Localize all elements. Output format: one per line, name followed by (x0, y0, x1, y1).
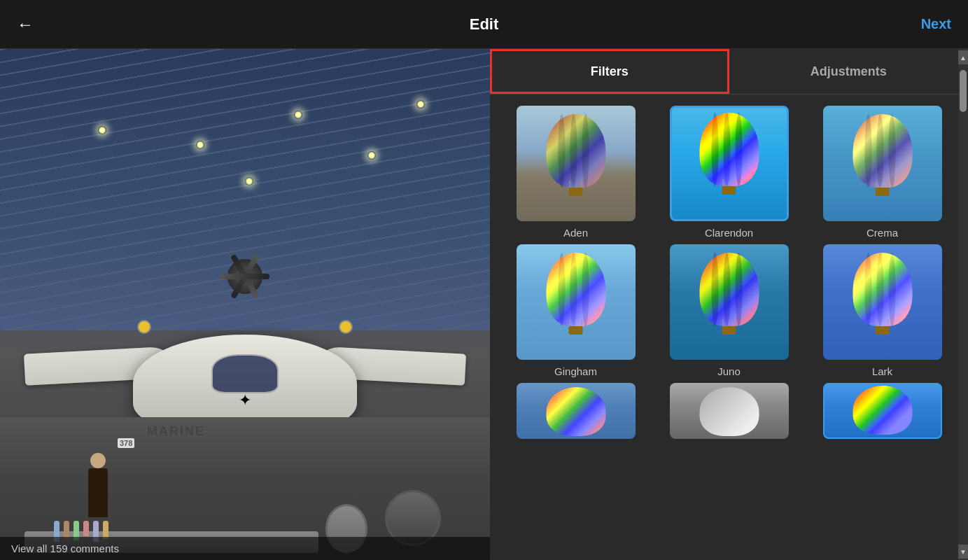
filter-name-lark: Lark (872, 365, 892, 377)
filter-name-gingham: Gingham (554, 365, 597, 377)
header-title: Edit (470, 15, 499, 34)
marines-text: MARINE (147, 424, 205, 439)
filters-panel: Filters Adjustments (490, 49, 968, 560)
filter-gingham[interactable]: Gingham (504, 244, 647, 377)
ceiling-light (98, 126, 106, 134)
plane-marking: ✦ (227, 388, 262, 413)
scrollbar-down-arrow[interactable]: ▼ (958, 545, 968, 559)
propeller-blade-3 (220, 274, 269, 279)
filter-lark[interactable]: Lark (811, 244, 954, 377)
filter-name-crema: Crema (867, 227, 898, 239)
filter-name-juno: Juno (717, 365, 741, 377)
filters-grid: Aden (490, 94, 968, 560)
ceiling-light (367, 151, 376, 160)
person-body (88, 468, 108, 517)
back-button[interactable]: ← (17, 15, 34, 34)
filter-crema[interactable]: Crema (811, 106, 954, 239)
scrollbar-up-arrow[interactable]: ▲ (958, 50, 968, 64)
balloon-scene-gingham (517, 244, 636, 360)
next-button[interactable]: Next (921, 16, 951, 32)
header: ← Edit Next (0, 0, 968, 49)
balloon-scene-aden (517, 106, 636, 221)
scrollbar-inner (958, 64, 968, 545)
ceiling-light (416, 100, 425, 108)
balloon-scene-crema (823, 106, 942, 221)
tail-number: 378 (118, 438, 134, 448)
filter-thumb-clarendon (670, 106, 789, 221)
image-area: ✦ (0, 49, 490, 560)
filter-clarendon[interactable]: Clarendon (657, 106, 801, 239)
person-head (90, 453, 106, 468)
balloon-scene-clarendon (672, 108, 787, 219)
main-image: ✦ (0, 49, 490, 560)
bottom-caption: View all 159 comments (0, 537, 490, 560)
filter-thumb-lark (823, 244, 942, 360)
tab-filters[interactable]: Filters (490, 49, 729, 94)
filter-thumb-row3-1 (517, 383, 636, 439)
cockpit-window (211, 354, 279, 393)
tab-adjustments[interactable]: Adjustments (729, 49, 969, 94)
balloon-scene-row3-3 (825, 384, 941, 438)
filter-name-clarendon: Clarendon (705, 227, 753, 239)
propeller-hub (227, 259, 262, 294)
balloon-scene-juno (670, 244, 789, 360)
filter-name-aden: Aden (563, 227, 588, 239)
filter-thumb-row3-3 (823, 383, 942, 439)
filter-thumb-aden (517, 106, 636, 221)
filter-row3-1[interactable] (504, 383, 647, 439)
main-content: ✦ (0, 49, 968, 560)
filter-aden[interactable]: Aden (504, 106, 647, 239)
scrollbar-thumb[interactable] (960, 70, 967, 112)
filter-thumb-juno (670, 244, 789, 360)
filter-thumb-crema (823, 106, 942, 221)
filter-row3-2[interactable] (657, 383, 801, 439)
balloon-scene-row3-2 (670, 383, 789, 439)
ceiling-light (294, 111, 302, 119)
ceiling-light (245, 177, 253, 186)
filter-thumb-row3-2 (670, 383, 789, 439)
balloon-scene-row3-1 (517, 383, 636, 439)
scrollbar-track: ▲ ▼ (958, 49, 968, 560)
balloon-scene-lark (823, 244, 942, 360)
filter-juno[interactable]: Juno (657, 244, 801, 377)
wing-tip-right (339, 320, 353, 334)
wing-tip-left (137, 320, 151, 334)
filter-thumb-gingham (517, 244, 636, 360)
tab-bar: Filters Adjustments (490, 49, 968, 94)
filter-row3-3[interactable] (811, 383, 954, 439)
back-icon: ← (17, 15, 34, 34)
